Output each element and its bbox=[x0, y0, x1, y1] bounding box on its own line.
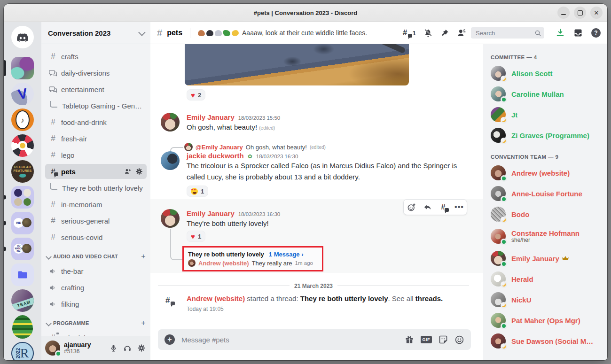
server-home[interactable] bbox=[4, 26, 41, 48]
online-status-icon bbox=[501, 175, 507, 182]
notification-muted-icon[interactable] bbox=[423, 28, 433, 38]
channel-schedule[interactable]: # schedule bbox=[45, 330, 147, 336]
minimize-button[interactable] bbox=[557, 7, 570, 19]
avatar[interactable] bbox=[161, 151, 180, 170]
threads-button[interactable]: # 1 bbox=[403, 29, 416, 37]
server-vid-watching[interactable]: VID WATCH ING bbox=[4, 238, 41, 260]
channel-food-and-drink[interactable]: #food-and-drink bbox=[45, 115, 147, 130]
server-regular-features[interactable]: REGULAR FEATURES bbox=[4, 160, 41, 183]
invite-people-icon[interactable] bbox=[124, 168, 132, 175]
parrot-emoji-icon bbox=[223, 30, 230, 36]
member-anne-louise-fortune[interactable]: Anne-Louise Fortune bbox=[490, 183, 603, 204]
avatar[interactable] bbox=[45, 341, 60, 356]
thread-tabletop-gaming[interactable]: Tabletop Gaming - Gener… bbox=[45, 98, 147, 113]
member-alison-scott[interactable]: Alison Scott bbox=[490, 63, 603, 84]
server-saxophone[interactable]: ♪ bbox=[4, 108, 41, 131]
member-bodo[interactable]: Bodo bbox=[490, 204, 603, 225]
see-all-threads-link[interactable]: threads bbox=[415, 294, 441, 302]
member-constanze-hofmann[interactable]: Constanze Hofmann she/her bbox=[490, 225, 603, 248]
voice-channel-crafting[interactable]: crafting bbox=[45, 280, 147, 295]
reaction-heart[interactable]: ♥ 1 bbox=[187, 231, 205, 242]
more-options-icon[interactable]: ••• bbox=[454, 203, 464, 211]
thread-they-re-both-utterly-lovely[interactable]: They re both utterly lovely bbox=[45, 180, 147, 195]
close-button[interactable]: ✕ bbox=[590, 7, 603, 19]
search-box[interactable] bbox=[471, 27, 544, 39]
headphones-icon[interactable] bbox=[122, 344, 133, 352]
member-sue-dawson[interactable]: Sue Dawson (Social M… bbox=[490, 331, 603, 351]
author-name[interactable]: Andrew (website) bbox=[187, 294, 245, 302]
author-name[interactable]: Emily January bbox=[187, 113, 235, 121]
member-nicku[interactable]: NickU bbox=[490, 289, 603, 310]
avatar[interactable] bbox=[161, 209, 180, 228]
avatar[interactable] bbox=[161, 113, 180, 132]
channel-fresh-air[interactable]: #fresh-air bbox=[45, 131, 147, 146]
channel-lego[interactable]: #lego bbox=[45, 147, 147, 163]
server-emoji-grid[interactable] bbox=[4, 186, 41, 209]
create-thread-icon[interactable]: # bbox=[439, 203, 448, 211]
server-2022-r[interactable]: 2022R bbox=[4, 342, 41, 360]
bird-icon bbox=[19, 174, 26, 178]
channel-serious-covid[interactable]: #serious-covid bbox=[45, 230, 147, 245]
pet-photo-attachment[interactable] bbox=[185, 44, 409, 85]
message-input[interactable] bbox=[180, 335, 399, 344]
member-caroline-mullan[interactable]: Caroline Mullan bbox=[490, 84, 603, 104]
channel-pets[interactable]: # pets bbox=[45, 164, 147, 179]
reaction-heart-eyes[interactable]: 1 bbox=[187, 186, 208, 197]
server-easter-egg[interactable] bbox=[4, 315, 41, 339]
thread-message-count-link[interactable]: 1 Message › bbox=[269, 251, 304, 258]
author-name[interactable]: Emily January bbox=[187, 209, 235, 217]
pinned-messages-icon[interactable] bbox=[440, 29, 449, 38]
channel-crafts[interactable]: #crafts bbox=[45, 49, 147, 64]
heart-icon: ♥ bbox=[191, 233, 195, 240]
server-team[interactable]: TEAM bbox=[4, 289, 41, 312]
server-v[interactable]: V bbox=[4, 83, 41, 105]
attach-file-icon[interactable]: + bbox=[164, 334, 175, 345]
reply-icon[interactable] bbox=[423, 203, 432, 212]
channel-daily-diversions[interactable]: daily-diversions bbox=[45, 65, 147, 80]
idle-status-icon bbox=[501, 281, 507, 288]
emoji-picker-icon[interactable] bbox=[454, 335, 464, 345]
channel-serious-general[interactable]: #serious-general bbox=[45, 213, 147, 228]
server-vid[interactable]: VID bbox=[4, 212, 41, 234]
member-list-icon[interactable] bbox=[457, 28, 466, 38]
member-zi-graves[interactable]: Zi Graves (Programme) bbox=[490, 125, 603, 146]
inbox-icon[interactable] bbox=[573, 28, 583, 38]
create-channel-icon[interactable]: + bbox=[141, 319, 146, 327]
author-name[interactable]: jackie duckworth bbox=[187, 152, 244, 160]
reaction-heart[interactable]: ♥ 2 bbox=[187, 89, 205, 101]
channel-topic[interactable]: Aaaaw, look at their cute widdle little … bbox=[198, 29, 394, 37]
category-audio-video[interactable]: AUDIO AND VIDEO CHAT + bbox=[46, 252, 146, 261]
create-channel-icon[interactable]: + bbox=[141, 252, 146, 261]
member-emily-january[interactable]: Emily January bbox=[490, 248, 603, 269]
voice-channel-filking[interactable]: filking bbox=[45, 296, 147, 311]
member-andrew-website[interactable]: Andrew (website) bbox=[490, 163, 603, 183]
member-jt[interactable]: Jt bbox=[490, 104, 603, 125]
maximize-button[interactable] bbox=[574, 7, 586, 19]
server-header[interactable]: Conversation 2023 bbox=[41, 22, 150, 44]
server-folder[interactable] bbox=[4, 263, 41, 286]
member-pat-maher[interactable]: Pat Maher (Ops Mgr) bbox=[490, 310, 603, 331]
server-name: Conversation 2023 bbox=[48, 29, 110, 37]
sticker-icon[interactable] bbox=[439, 335, 448, 344]
channel-entertainment[interactable]: entertainment bbox=[45, 82, 147, 97]
member-herald[interactable]: Herald bbox=[490, 269, 603, 289]
gif-picker-icon[interactable]: GIF bbox=[421, 336, 432, 343]
search-input[interactable] bbox=[475, 29, 534, 37]
microphone-icon[interactable] bbox=[108, 344, 118, 352]
category-programme[interactable]: PROGRAMME + bbox=[46, 319, 146, 327]
gift-icon[interactable] bbox=[405, 335, 414, 344]
settings-gear-icon[interactable] bbox=[136, 344, 147, 352]
help-icon[interactable]: ? bbox=[591, 28, 601, 38]
thread-name-link[interactable]: They re both utterly lovely bbox=[300, 294, 388, 302]
add-reaction-icon[interactable] bbox=[407, 203, 416, 212]
channel-settings-gear-icon[interactable] bbox=[135, 168, 143, 175]
channel-in-memoriam[interactable]: #in-memoriam bbox=[45, 197, 147, 212]
server-geometric[interactable] bbox=[4, 134, 41, 157]
server-robot-dragon[interactable] bbox=[4, 57, 41, 79]
thread-preview[interactable]: They re both utterly lovely 1 Message › … bbox=[182, 246, 323, 271]
avatar bbox=[184, 143, 193, 151]
voice-channel-the-bar[interactable]: the-bar bbox=[45, 263, 147, 279]
user-info[interactable]: ajanuary #5136 bbox=[64, 341, 104, 355]
download-icon[interactable] bbox=[556, 28, 565, 38]
reply-reference[interactable]: @Emily January Oh gosh, what beauty! (ed… bbox=[184, 143, 326, 151]
